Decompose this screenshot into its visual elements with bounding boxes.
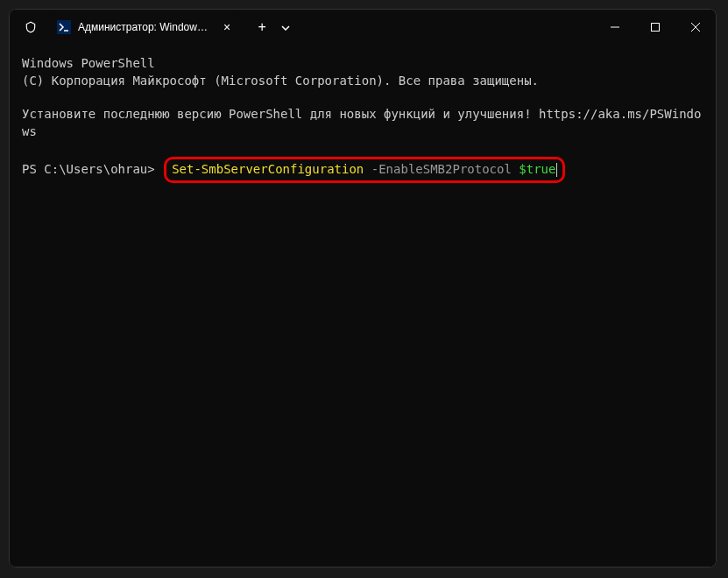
active-tab[interactable]: Администратор: Windows Po × — [48, 13, 239, 41]
terminal-line: (C) Корпорация Майкрософт (Microsoft Cor… — [22, 73, 703, 90]
prompt-line: PS C:\Users\ohrau> Set-SmbServerConfigur… — [22, 157, 703, 183]
maximize-button[interactable] — [635, 10, 675, 45]
terminal-content[interactable]: Windows PowerShell (C) Корпорация Майкро… — [10, 45, 716, 567]
powershell-icon — [57, 20, 71, 34]
minimize-button[interactable] — [595, 10, 635, 45]
command-highlight: Set-SmbServerConfiguration -EnableSMB2Pr… — [164, 157, 565, 183]
terminal-line: Windows PowerShell — [22, 55, 703, 73]
value-text: $true — [519, 162, 555, 176]
tab-dropdown-button[interactable] — [281, 23, 290, 32]
shield-icon — [24, 20, 38, 34]
tab-title: Администратор: Windows Po — [78, 21, 209, 33]
new-tab-button[interactable]: + — [250, 19, 274, 35]
terminal-line: Установите последнюю версию PowerShell д… — [22, 106, 703, 140]
titlebar: Администратор: Windows Po × + — [10, 10, 716, 45]
cmdlet-text: Set-SmbServerConfiguration — [172, 162, 364, 176]
cursor — [556, 163, 557, 177]
prompt-text: PS C:\Users\ohrau> — [22, 162, 162, 176]
window-controls — [595, 10, 716, 45]
terminal-window: Администратор: Windows Po × + — [9, 9, 717, 567]
tab-close-button[interactable]: × — [223, 20, 230, 34]
svg-rect-2 — [652, 24, 660, 32]
param-text: -EnableSMB2Protocol — [364, 162, 519, 176]
close-button[interactable] — [675, 10, 716, 45]
